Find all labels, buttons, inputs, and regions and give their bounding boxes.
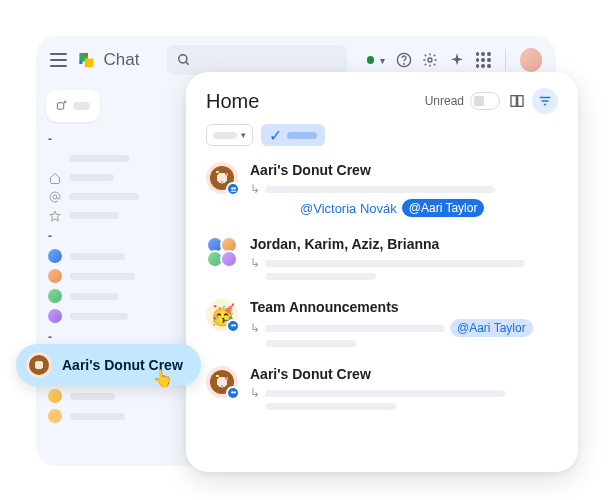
placeholder bbox=[265, 260, 525, 267]
placeholder bbox=[266, 340, 356, 347]
reply-icon: ↳ bbox=[250, 386, 260, 400]
apps-grid-icon[interactable] bbox=[476, 52, 491, 68]
svg-point-8 bbox=[428, 58, 432, 62]
search-input[interactable] bbox=[167, 45, 346, 75]
placeholder-icon bbox=[48, 152, 61, 165]
svg-line-5 bbox=[186, 62, 189, 65]
svg-point-7 bbox=[403, 64, 404, 65]
placeholder bbox=[69, 193, 139, 200]
placeholder bbox=[69, 212, 119, 219]
placeholder bbox=[266, 403, 396, 410]
gemini-sparkle-icon[interactable] bbox=[449, 51, 466, 69]
placeholder bbox=[70, 293, 118, 300]
space-avatar bbox=[206, 162, 238, 194]
panel-title: Home bbox=[206, 90, 259, 113]
new-chat-button[interactable] bbox=[46, 90, 100, 122]
at-icon bbox=[48, 190, 61, 203]
search-icon bbox=[177, 53, 191, 67]
filter-button[interactable] bbox=[532, 88, 558, 114]
placeholder bbox=[266, 273, 376, 280]
svg-point-19 bbox=[231, 187, 233, 189]
sidebar-item[interactable] bbox=[46, 306, 166, 326]
conversation-body: Aari's Donut Crew ↳ bbox=[250, 366, 558, 413]
toggle-switch[interactable] bbox=[470, 92, 500, 110]
sidebar-item-mentions[interactable] bbox=[46, 187, 166, 206]
menu-icon[interactable] bbox=[50, 53, 67, 67]
settings-gear-icon[interactable] bbox=[422, 51, 439, 69]
sidebar-item[interactable] bbox=[46, 406, 166, 426]
svg-rect-2 bbox=[85, 53, 88, 56]
svg-point-21 bbox=[231, 324, 233, 326]
conversation-title: Jordan, Karim, Aziz, Brianna bbox=[250, 236, 558, 252]
sidebar-hover-tooltip[interactable]: Aari's Donut Crew bbox=[16, 344, 201, 386]
sidebar-item-home[interactable] bbox=[46, 168, 166, 187]
conversation-item[interactable]: Jordan, Karim, Aziz, Brianna ↳ bbox=[206, 236, 558, 283]
filter-chip-active[interactable]: ✓ bbox=[261, 124, 325, 146]
cursor-icon: 👆 bbox=[152, 368, 173, 389]
reply-icon: ↳ bbox=[250, 256, 260, 270]
presence-active-icon[interactable] bbox=[367, 56, 374, 64]
conversation-item[interactable]: 🥳 Team Announcements ↳ @Aari Taylor bbox=[206, 299, 558, 350]
mention-link[interactable]: @Victoria Novák bbox=[300, 201, 397, 216]
svg-point-20 bbox=[233, 187, 235, 189]
donut-icon bbox=[26, 352, 52, 378]
conversation-body: Jordan, Karim, Aziz, Brianna ↳ bbox=[250, 236, 558, 283]
contact-avatar bbox=[48, 289, 62, 303]
svg-rect-1 bbox=[85, 58, 94, 67]
section-header: - bbox=[48, 132, 166, 146]
home-panel: Home Unread ▾ ✓ Aari's Donut Crew ↳ bbox=[186, 72, 578, 472]
star-icon bbox=[48, 209, 61, 222]
space-avatar bbox=[206, 366, 238, 398]
app-name: Chat bbox=[104, 50, 140, 70]
conversation-body: Team Announcements ↳ @Aari Taylor bbox=[250, 299, 558, 350]
placeholder bbox=[265, 390, 505, 397]
section-header: - bbox=[48, 330, 166, 344]
contact-avatar bbox=[48, 269, 62, 283]
placeholder bbox=[213, 132, 237, 139]
compose-icon bbox=[56, 99, 67, 113]
separator bbox=[505, 49, 506, 71]
svg-point-4 bbox=[179, 55, 187, 63]
placeholder bbox=[70, 393, 115, 400]
filter-dropdown[interactable]: ▾ bbox=[206, 124, 253, 146]
view-toggle-icon[interactable] bbox=[508, 92, 526, 110]
sidebar-item-starred[interactable] bbox=[46, 206, 166, 225]
space-badge-icon bbox=[226, 182, 240, 196]
space-badge-icon bbox=[226, 386, 240, 400]
conversation-title: Aari's Donut Crew bbox=[250, 366, 558, 382]
svg-point-23 bbox=[231, 391, 233, 393]
sidebar: - - - bbox=[36, 84, 176, 466]
presence-dropdown-icon[interactable]: ▾ bbox=[380, 55, 385, 66]
placeholder bbox=[70, 273, 135, 280]
sidebar-item[interactable] bbox=[46, 286, 166, 306]
svg-rect-15 bbox=[518, 96, 523, 107]
placeholder bbox=[69, 174, 114, 181]
sidebar-item[interactable] bbox=[46, 266, 166, 286]
unread-label: Unread bbox=[425, 94, 464, 108]
sidebar-item[interactable] bbox=[46, 149, 166, 168]
home-icon bbox=[48, 171, 61, 184]
placeholder bbox=[70, 413, 125, 420]
space-badge-icon bbox=[226, 319, 240, 333]
conversation-item[interactable]: Aari's Donut Crew ↳ @Victoria Novák @Aar… bbox=[206, 162, 558, 220]
chevron-down-icon: ▾ bbox=[241, 130, 246, 140]
svg-rect-14 bbox=[511, 96, 516, 107]
unread-toggle[interactable]: Unread bbox=[425, 92, 500, 110]
help-icon[interactable] bbox=[395, 51, 412, 69]
svg-point-24 bbox=[233, 391, 235, 393]
panel-header: Home Unread bbox=[206, 88, 558, 114]
svg-marker-13 bbox=[50, 211, 60, 221]
conversation-item[interactable]: Aari's Donut Crew ↳ bbox=[206, 366, 558, 413]
group-avatar bbox=[206, 236, 238, 268]
sidebar-item[interactable] bbox=[46, 386, 166, 406]
check-icon: ✓ bbox=[269, 126, 282, 145]
mention-chip[interactable]: @Aari Taylor bbox=[450, 319, 533, 337]
user-avatar[interactable] bbox=[520, 48, 542, 72]
sidebar-item[interactable] bbox=[46, 246, 166, 266]
mention-chip[interactable]: @Aari Taylor bbox=[402, 199, 485, 217]
svg-rect-9 bbox=[57, 103, 63, 109]
svg-point-12 bbox=[53, 195, 57, 199]
conversation-list: Aari's Donut Crew ↳ @Victoria Novák @Aar… bbox=[206, 162, 558, 413]
filter-chips: ▾ ✓ bbox=[206, 124, 558, 146]
chat-logo-icon bbox=[77, 50, 96, 70]
